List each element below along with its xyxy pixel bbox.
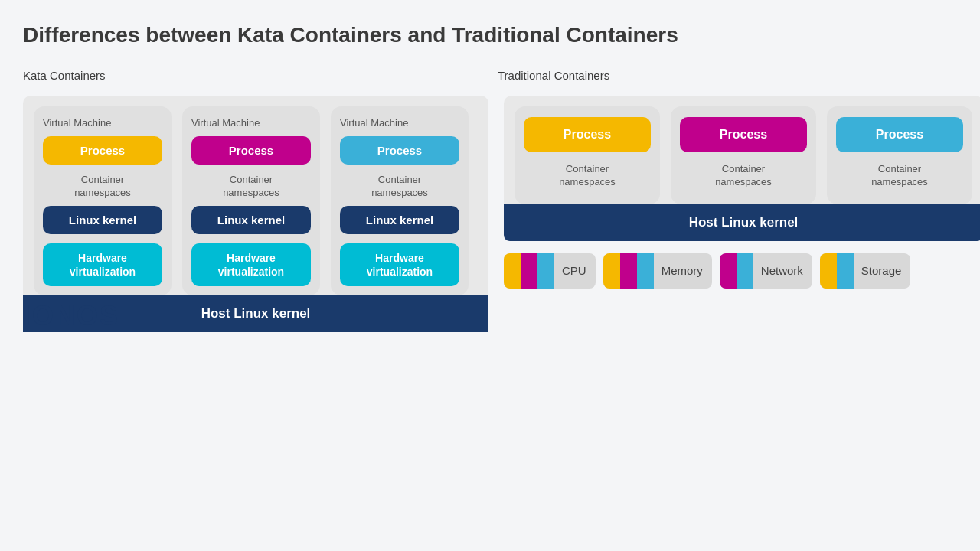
kata-label: Kata Containers [23,69,498,82]
trad-host-kernel: Host Linux kernel [504,204,980,241]
trad-process-3: Process [836,117,963,152]
kata-process-2: Process [191,136,311,165]
kata-block: Virtual Machine Process Containernamespa… [23,96,488,332]
legend-network-label: Network [761,264,803,277]
trad-label: Traditional Containers [498,69,957,82]
legend-memory-color1 [603,253,620,289]
trad-container-1: Process Containernamespaces [514,106,660,204]
trad-container-2: Process Containernamespaces [671,106,816,204]
legend-cpu-color1 [504,253,521,289]
kata-vm2-label: Virtual Machine [191,117,260,129]
kata-process-1: Process [43,136,162,165]
legend-cpu-label: CPU [562,264,586,277]
legend-cpu-color2 [521,253,537,289]
kata-linux-2: Linux kernel [191,206,311,234]
legend-storage-color1 [820,253,837,289]
kata-ns-3: Containernamespaces [340,174,459,200]
main-title: Differences between Kata Containers and … [23,23,957,47]
trad-block: Process Containernamespaces Process Cont… [504,96,980,332]
legend-storage-label: Storage [861,264,902,277]
kata-vm-1: Virtual Machine Process Containernamespa… [34,106,172,295]
trad-ns-3: Containernamespaces [871,163,928,189]
legend-row: CPU Memory Network [504,253,980,289]
kata-ns-2: Containernamespaces [191,174,311,200]
kata-hwvirt-1: Hardwarevirtualization [43,243,162,286]
kata-vms-wrapper: Virtual Machine Process Containernamespa… [23,96,488,295]
page: Differences between Kata Containers and … [0,0,980,347]
kata-vm1-label: Virtual Machine [43,117,111,129]
ionos-logo: IONOS [23,300,119,332]
legend-memory: Memory [603,253,712,289]
kata-hwvirt-2: Hardwarevirtualization [191,243,311,286]
trad-ns-1: Containernamespaces [559,163,616,189]
kata-vm3-label: Virtual Machine [340,117,408,129]
trad-process-1: Process [524,117,651,152]
section-labels: Kata Containers Traditional Containers [23,69,957,82]
trad-ns-2: Containernamespaces [715,163,772,189]
main-content: Virtual Machine Process Containernamespa… [23,96,957,332]
legend-memory-color2 [620,253,637,289]
legend-cpu: CPU [504,253,596,289]
kata-vm-3: Virtual Machine Process Containernamespa… [331,106,469,295]
legend-memory-label: Memory [662,264,703,277]
legend-storage: Storage [820,253,911,289]
legend-network-color2 [737,253,753,289]
trad-vms-wrapper: Process Containernamespaces Process Cont… [504,96,980,204]
kata-process-3: Process [340,136,459,165]
legend-storage-color2 [837,253,854,289]
trad-container-3: Process Containernamespaces [827,106,972,204]
kata-linux-3: Linux kernel [340,206,459,234]
kata-linux-1: Linux kernel [43,206,162,234]
kata-hwvirt-3: Hardwarevirtualization [340,243,459,286]
kata-ns-1: Containernamespaces [43,174,162,200]
trad-process-2: Process [680,117,807,152]
kata-vm-2: Virtual Machine Process Containernamespa… [182,106,320,295]
legend-network-color1 [720,253,737,289]
legend-memory-color3 [637,253,654,289]
legend-cpu-color3 [537,253,554,289]
legend-network: Network [720,253,812,289]
